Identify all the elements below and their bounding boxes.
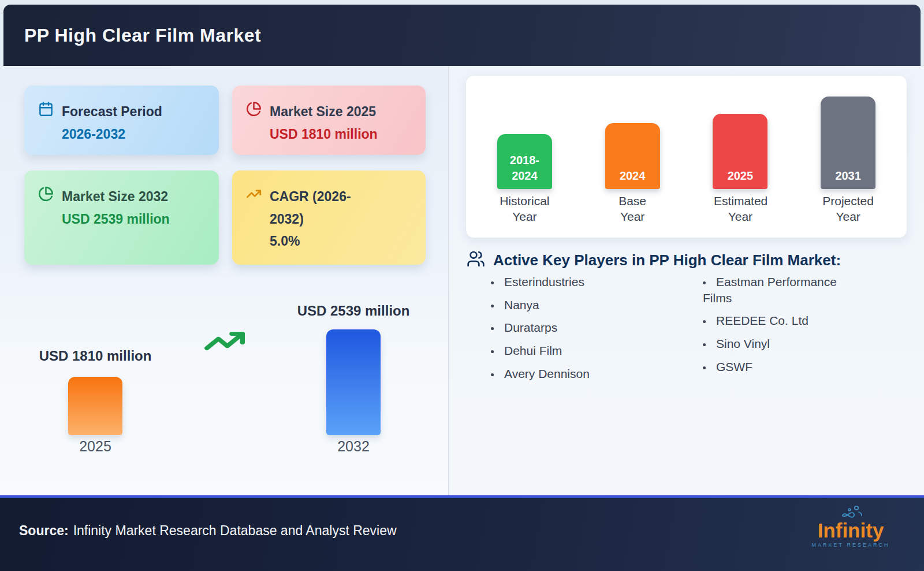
timeline-bar-year: 2031 [835,168,861,189]
footer: Source:Infinity Market Research Database… [0,495,924,571]
timeline-bar-base: 2024 [605,123,660,189]
key-player-item: Esterindustries [489,274,668,290]
key-players-list-right: Eastman Performance Films REEDEE Co. Ltd… [701,274,862,382]
key-player-item: Dehui Film [489,343,668,359]
key-player-item: REEDEE Co. Ltd [701,313,862,329]
growth-bar-2025 [68,377,122,435]
growth-axis-year: 2025 [79,438,111,455]
source-label: Source: [19,523,69,538]
source-text: Infinity Market Research Database and An… [73,523,397,538]
timeline-bar-projected: 2031 [821,97,875,189]
timeline-group-projected: 2031 Projected Year [821,97,875,225]
right-panel: 2018- 2024 Historical Year 2024 Base Yea… [449,66,924,495]
infinity-logo: Infinity MARKET RESEARCH [807,504,894,548]
key-player-item: GSWF [701,359,862,375]
key-players-heading-row: Active Key Players in PP High Clear Film… [467,250,841,270]
infinity-logo-subtitle: MARKET RESEARCH [807,542,894,548]
key-player-item: Sino Vinyl [701,336,862,352]
key-player-item: Duratarps [489,320,668,336]
growth-axis-year: 2032 [337,438,370,455]
timeline-bar-year: 2024 [620,168,646,189]
growth-bar-value-label: USD 2539 million [297,303,410,319]
users-icon [467,250,485,270]
timeline-group-base: 2024 Base Year [605,123,660,225]
timeline-group-estimated: 2025 Estimated Year [713,114,767,225]
infinity-logo-name: Infinity [807,521,894,540]
timeline-bar-year: 2018- 2024 [510,153,539,189]
timeline-category-label: Base Year [606,193,659,225]
key-player-item: Eastman Performance Films [701,274,862,306]
key-player-item: Avery Dennison [489,366,668,382]
main: Forecast Period 2026-2032 Market Size 20… [0,66,924,495]
growth-bar-value-label: USD 1810 million [39,348,152,364]
timeline-category-label: Historical Year [498,193,551,225]
timeline-group-historical: 2018- 2024 Historical Year [497,134,552,225]
header: PP High Clear Film Market [3,5,921,66]
growth-trend-arrow-icon [203,324,246,361]
left-panel: Forecast Period 2026-2032 Market Size 20… [0,66,449,495]
growth-chart: USD 1810 million USD 2539 million 2025 2… [0,66,448,495]
page-title: PP High Clear Film Market [3,25,261,46]
timeline-bar-historical: 2018- 2024 [497,134,552,189]
source-line: Source:Infinity Market Research Database… [19,523,397,539]
timeline-bar-estimated: 2025 [713,114,767,189]
timeline-bar-year: 2025 [728,168,754,189]
key-players-heading: Active Key Players in PP High Clear Film… [493,251,841,269]
key-players-list-left: Esterindustries Nanya Duratarps Dehui Fi… [489,274,668,389]
timeline-category-label: Projected Year [822,193,875,225]
timeline-category-label: Estimated Year [714,193,767,225]
key-player-item: Nanya [489,297,668,313]
timeline-card: 2018- 2024 Historical Year 2024 Base Yea… [465,75,907,238]
growth-bar-2032 [326,329,381,435]
